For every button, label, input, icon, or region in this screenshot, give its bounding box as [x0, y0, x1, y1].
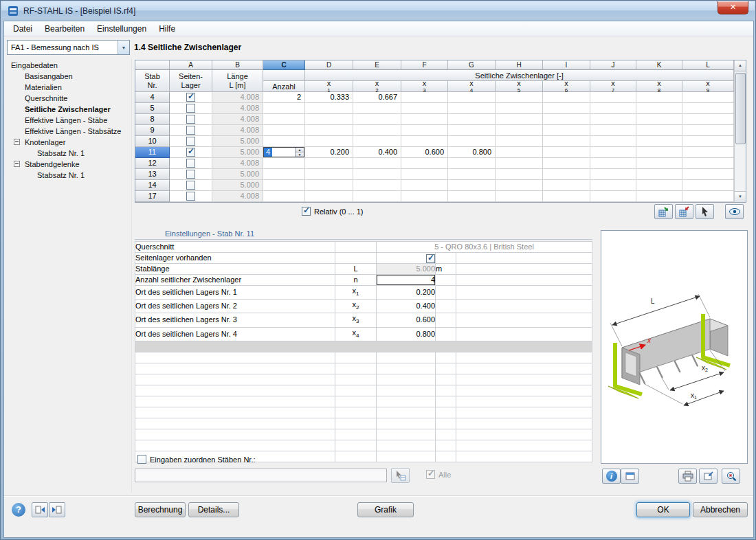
- scroll-thumb[interactable]: [735, 73, 746, 144]
- cell-x6[interactable]: [543, 169, 590, 180]
- cell-x6[interactable]: [543, 103, 590, 114]
- nav-item-seitliche-zwischenlager[interactable]: Seitliche Zwischenlager: [7, 104, 131, 115]
- cell-x9[interactable]: [682, 114, 734, 125]
- seitenlager-checkbox[interactable]: ✓: [186, 148, 195, 157]
- cell-x8[interactable]: [636, 92, 682, 103]
- cell-x6[interactable]: [543, 92, 590, 103]
- seitenlager-checkbox[interactable]: [186, 115, 195, 124]
- berechnung-button[interactable]: Berechnung: [135, 502, 186, 517]
- print-graphic-button[interactable]: [678, 469, 697, 484]
- nav-item-eingabedaten[interactable]: Eingabedaten: [7, 60, 131, 71]
- close-button[interactable]: ✕: [718, 1, 748, 14]
- view-graphic-button[interactable]: [725, 204, 744, 219]
- export-table-button[interactable]: [654, 204, 673, 219]
- toggle-navigator-button[interactable]: [32, 502, 48, 517]
- cell-x4[interactable]: [448, 180, 496, 191]
- cell-x6[interactable]: [543, 191, 590, 202]
- menu-einstellungen[interactable]: Einstellungen: [91, 23, 153, 35]
- cell-x2[interactable]: [353, 180, 401, 191]
- cell-x3[interactable]: [401, 180, 448, 191]
- cell-x6[interactable]: [543, 125, 590, 136]
- col-header-x5[interactable]: x5: [496, 81, 543, 92]
- cell-x3[interactable]: [401, 158, 448, 169]
- cell-seitenlager[interactable]: [170, 180, 212, 191]
- column-letter-C[interactable]: C: [263, 60, 305, 70]
- cell-x7[interactable]: [590, 180, 636, 191]
- cell-x8[interactable]: [636, 180, 682, 191]
- settings-value[interactable]: 0.600: [377, 313, 436, 327]
- settings-value[interactable]: 4: [377, 275, 436, 286]
- spinner-buttons[interactable]: ▲▼: [295, 148, 304, 157]
- column-letter-F[interactable]: F: [401, 60, 448, 70]
- cell-anzahl[interactable]: 4▲▼: [263, 147, 305, 158]
- cell-x1[interactable]: [305, 191, 353, 202]
- settings-value[interactable]: 0.800: [377, 327, 436, 341]
- row-header-5[interactable]: 5: [135, 103, 170, 114]
- nav-item-basisangaben[interactable]: Basisangaben: [7, 71, 131, 82]
- cell-x1[interactable]: [305, 180, 353, 191]
- cell-x7[interactable]: [590, 92, 636, 103]
- cell-x4[interactable]: [448, 136, 496, 147]
- cell-x3[interactable]: 0.600: [401, 147, 448, 158]
- cell-x2[interactable]: [353, 136, 401, 147]
- nav-item-stabendgelenke[interactable]: Stabendgelenke: [7, 159, 131, 170]
- relativ-checkbox[interactable]: ✓: [302, 207, 311, 216]
- seitenlager-checkbox[interactable]: [186, 126, 195, 135]
- col-header-x6[interactable]: x6: [543, 81, 590, 92]
- cell-x2[interactable]: [353, 125, 401, 136]
- column-letter-L[interactable]: L: [682, 60, 734, 70]
- cell-x2[interactable]: [353, 191, 401, 202]
- cell-x7[interactable]: [590, 158, 636, 169]
- cell-x8[interactable]: [636, 114, 682, 125]
- cell-seitenlager[interactable]: ✓: [170, 92, 212, 103]
- cell-x2[interactable]: 0.400: [353, 147, 401, 158]
- cell-x5[interactable]: [496, 114, 543, 125]
- cell-seitenlager[interactable]: [170, 103, 212, 114]
- cell-seitenlager[interactable]: [170, 136, 212, 147]
- anzahl-spin-edit[interactable]: 4▲▼: [263, 147, 304, 157]
- cell-x8[interactable]: [636, 103, 682, 114]
- settings-value[interactable]: 0.200: [377, 286, 436, 300]
- cell-x6[interactable]: [543, 147, 590, 158]
- cell-anzahl[interactable]: 2: [263, 92, 305, 103]
- cell-x9[interactable]: [682, 92, 734, 103]
- column-letter-E[interactable]: E: [353, 60, 401, 70]
- seitenlager-checkbox[interactable]: [186, 170, 195, 179]
- row-header-4[interactable]: 4: [135, 92, 170, 103]
- design-case-dropdown[interactable]: FA1 - Bemessung nach IS ▼: [7, 40, 130, 55]
- member-graphic-panel[interactable]: L x: [601, 230, 748, 464]
- cell-x2[interactable]: [353, 158, 401, 169]
- cell-anzahl[interactable]: [263, 125, 305, 136]
- cell-x1[interactable]: [305, 125, 353, 136]
- seitenlager-checkbox[interactable]: [186, 181, 195, 190]
- cell-x2[interactable]: 0.667: [353, 92, 401, 103]
- panel-splitter[interactable]: [131, 58, 133, 493]
- row-header-12[interactable]: 12: [135, 158, 170, 169]
- nav-item-knotenlager[interactable]: Knotenlager: [7, 137, 131, 148]
- cell-x9[interactable]: [682, 191, 734, 202]
- col-header-x9[interactable]: x9: [682, 81, 734, 92]
- cell-seitenlager[interactable]: [170, 169, 212, 180]
- cell-anzahl[interactable]: [263, 136, 305, 147]
- cell-x4[interactable]: [448, 169, 496, 180]
- grafik-button[interactable]: Grafik: [357, 502, 414, 517]
- import-table-button[interactable]: [675, 204, 693, 219]
- cell-anzahl[interactable]: [263, 158, 305, 169]
- cell-x1[interactable]: 0.333: [305, 92, 353, 103]
- abbrechen-button[interactable]: Abbrechen: [693, 502, 748, 517]
- cell-x4[interactable]: [448, 92, 496, 103]
- column-letter-I[interactable]: I: [543, 60, 590, 70]
- cell-x9[interactable]: [682, 169, 734, 180]
- cell-anzahl[interactable]: [263, 191, 305, 202]
- spinner-down-icon[interactable]: ▼: [296, 153, 304, 157]
- scroll-down-icon[interactable]: ▼: [735, 191, 746, 202]
- seitenlager-vorhanden-checkbox[interactable]: ✓: [426, 254, 435, 263]
- cell-anzahl[interactable]: [263, 114, 305, 125]
- spinner-up-icon[interactable]: ▲: [296, 148, 304, 153]
- cell-x3[interactable]: [401, 92, 448, 103]
- cell-anzahl[interactable]: [263, 180, 305, 191]
- toggle-tables-button[interactable]: [49, 502, 65, 517]
- help-button[interactable]: ?: [10, 501, 27, 519]
- cell-x9[interactable]: [682, 136, 734, 147]
- row-header-17[interactable]: 17: [135, 191, 170, 202]
